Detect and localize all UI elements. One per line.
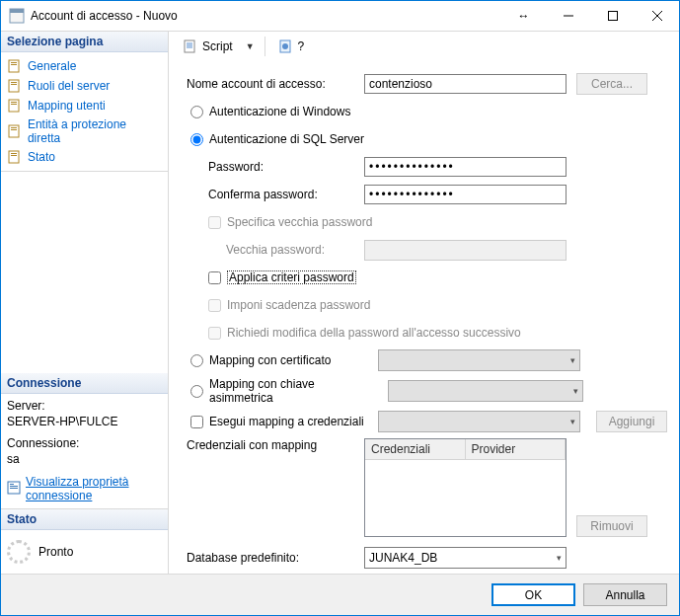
ok-button[interactable]: OK: [491, 583, 575, 606]
connection-label: Connessione:: [3, 435, 166, 451]
map-asym-label: Mapping con chiave asimmetrica: [209, 377, 376, 405]
svg-rect-15: [9, 125, 19, 137]
old-password-label: Vecchia password:: [226, 243, 364, 257]
svg-rect-8: [11, 64, 17, 65]
server-label: Server:: [3, 398, 166, 414]
cred-col-credentials[interactable]: Credenziali: [365, 439, 466, 459]
enforce-policy-label: Applica criteri password: [227, 270, 356, 284]
window-title: Account di accesso - Nuovo: [31, 9, 501, 23]
default-db-value: JUNAK4_DB: [369, 551, 437, 565]
nav-server-roles[interactable]: Ruoli del server: [3, 76, 166, 96]
svg-rect-20: [11, 155, 17, 156]
map-cert-label: Mapping con certificato: [209, 353, 331, 367]
script-dropdown[interactable]: ▼: [243, 41, 258, 51]
nav-general[interactable]: Generale: [3, 56, 166, 76]
confirm-password-label: Conferma password:: [208, 188, 364, 201]
enforce-expiry-check: [208, 299, 221, 312]
must-change-check: [208, 327, 221, 340]
svg-rect-14: [11, 104, 17, 105]
nav-user-mapping[interactable]: Mapping utenti: [3, 96, 166, 116]
maximize-button[interactable]: [590, 1, 635, 31]
nav-label: Mapping utenti: [28, 99, 106, 113]
nav-securables[interactable]: Entità a protezione diretta: [3, 116, 166, 147]
chevron-down-icon: ▾: [570, 355, 575, 365]
chevron-down-icon: ▾: [557, 553, 562, 563]
remove-credential-button[interactable]: Rimuovi: [576, 515, 647, 537]
sql-auth-radio[interactable]: [190, 133, 203, 146]
cred-col-provider[interactable]: Provider: [466, 439, 567, 459]
must-change-label: Richiedi modifica della password all'acc…: [227, 326, 521, 340]
sql-auth-label: Autenticazione di SQL Server: [209, 132, 364, 146]
minimize-button[interactable]: [546, 1, 590, 31]
svg-rect-23: [10, 486, 18, 487]
help-icon: [278, 38, 294, 54]
page-icon: [7, 123, 23, 139]
enforce-policy-check[interactable]: [208, 271, 221, 284]
script-button[interactable]: Script: [177, 35, 239, 58]
page-icon: [7, 78, 23, 94]
script-label: Script: [202, 39, 233, 53]
specify-old-password-label: Specifica vecchia password: [227, 215, 372, 229]
close-button[interactable]: [635, 1, 679, 31]
svg-rect-11: [11, 84, 17, 85]
progress-spinner-icon: [7, 540, 31, 564]
windows-auth-label: Autenticazione di Windows: [209, 105, 350, 118]
default-db-label: Database predefinito:: [187, 551, 364, 565]
confirm-password-input[interactable]: [364, 185, 567, 204]
svg-rect-22: [10, 484, 14, 485]
svg-rect-18: [9, 151, 19, 163]
svg-rect-10: [11, 82, 17, 83]
svg-rect-9: [9, 80, 19, 92]
password-label: Password:: [208, 160, 364, 174]
help-label: ?: [298, 39, 305, 53]
chevron-down-icon: ▾: [573, 386, 578, 396]
asym-combo: ▾: [388, 380, 583, 402]
toolbar-divider: [264, 37, 265, 56]
default-db-combo[interactable]: JUNAK4_DB▾: [364, 547, 567, 569]
nav-label: Generale: [28, 59, 76, 73]
search-button[interactable]: Cerca...: [576, 73, 647, 95]
state-value: Pronto: [38, 545, 73, 559]
login-name-label: Nome account di accesso:: [187, 77, 364, 91]
svg-rect-3: [608, 12, 617, 21]
password-input[interactable]: [364, 157, 567, 177]
script-icon: [183, 38, 198, 54]
old-password-input: [364, 240, 567, 261]
nav-label: Entità a protezione diretta: [28, 117, 162, 145]
help-button[interactable]: ?: [272, 35, 311, 58]
connection-header: Connessione: [1, 373, 168, 394]
nav-label: Ruoli del server: [28, 79, 110, 93]
svg-rect-13: [11, 102, 17, 103]
enforce-expiry-label: Imponi scadenza password: [227, 298, 370, 312]
map-asym-radio[interactable]: [190, 385, 203, 398]
nav-label: Stato: [28, 150, 55, 164]
server-value: SERVER-HP\FULCE: [3, 414, 166, 429]
windows-auth-radio[interactable]: [190, 106, 203, 118]
svg-point-27: [282, 43, 288, 49]
svg-rect-7: [11, 62, 17, 63]
cred-mapping-label: Credenziali con mapping: [187, 438, 364, 452]
add-credential-button[interactable]: Aggiungi: [596, 411, 667, 432]
app-icon: [9, 8, 25, 24]
cancel-button[interactable]: Annulla: [583, 583, 667, 606]
svg-rect-6: [9, 60, 19, 72]
svg-rect-16: [11, 127, 17, 128]
page-icon: [7, 98, 23, 114]
map-cred-label: Esegui mapping a credenziali: [209, 415, 364, 428]
state-header: Stato: [1, 509, 168, 530]
svg-rect-24: [10, 488, 18, 489]
cred-combo: ▾: [378, 411, 580, 432]
view-connection-props-link[interactable]: Visualizza proprietà connessione: [3, 473, 148, 504]
page-selection-header: Selezione pagina: [1, 32, 168, 52]
map-cert-radio[interactable]: [190, 354, 203, 367]
properties-icon: [7, 481, 21, 498]
cert-combo: ▾: [378, 349, 580, 371]
svg-rect-12: [9, 100, 19, 112]
login-name-input[interactable]: [364, 74, 567, 94]
nav-status[interactable]: Stato: [3, 147, 166, 167]
map-cred-check[interactable]: [190, 416, 203, 428]
svg-rect-25: [185, 40, 194, 52]
chevron-down-icon: ▾: [570, 417, 575, 426]
page-icon: [7, 58, 23, 74]
page-icon: [7, 149, 23, 165]
